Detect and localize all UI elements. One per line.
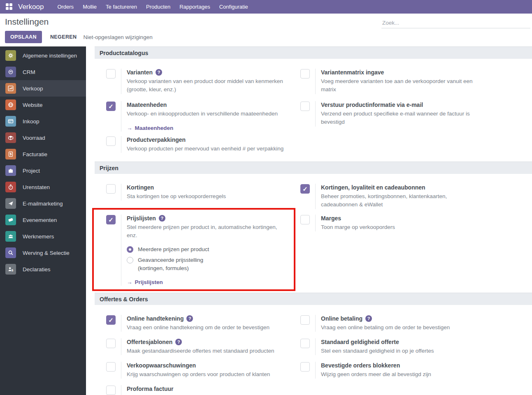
menu-configuratie[interactable]: Configuratie [215, 0, 253, 14]
invoice-icon [5, 149, 16, 159]
setting-desc: Verkoop varianten van een product door m… [127, 77, 289, 94]
setting-desc: Toon marge op verkooporders [321, 223, 395, 231]
checkbox-online-betaling[interactable] [300, 315, 310, 325]
sidebar-item-project[interactable]: Project [0, 162, 86, 179]
checkbox-proforma-factuur[interactable] [106, 386, 116, 395]
maateenheden-link[interactable]: →Maateenheden [127, 125, 173, 131]
sidebar-item-algemene-instellingen[interactable]: Algemene instellingen [0, 47, 86, 64]
setting-label: Kortingen [127, 184, 154, 191]
radio-icon[interactable] [127, 257, 133, 263]
search-input[interactable] [381, 18, 530, 28]
button-row: OPSLAAN NEGEREN Niet-opgeslagen wijzigin… [5, 31, 153, 43]
checkbox-marges[interactable] [300, 215, 310, 224]
radio-geavanceerde-prijsstelling[interactable]: Geavanceerde prijsstelling [127, 257, 289, 263]
menu-orders[interactable]: Orders [53, 0, 78, 14]
checkbox-productverpakkingen[interactable] [106, 136, 116, 146]
save-button[interactable]: OPSLAAN [5, 31, 42, 43]
setting-label: Online handtekening [127, 315, 184, 322]
help-icon[interactable]: ? [175, 339, 182, 345]
setting-productverpakkingen: Productverpakkingen Verkoop producten pe… [95, 136, 289, 162]
people-icon [5, 231, 16, 242]
radio-meerdere-prijzen[interactable]: Meerdere prijzen per product [127, 246, 289, 253]
checkbox-verkoopwaarschuwingen[interactable] [106, 362, 116, 372]
checkbox-verstuur-productinformatie[interactable] [300, 102, 310, 111]
setting-label: Verstuur productinformatie via e-mail [321, 101, 423, 109]
setting-desc: Verkoop producten per meervoud van eenhe… [127, 145, 283, 153]
menu-mollie[interactable]: Mollie [78, 0, 101, 14]
help-icon[interactable]: ? [156, 69, 162, 76]
setting-standaard-geldigheid: Standaard geldigheid offerte Stel een st… [289, 338, 532, 362]
prijslijsten-link[interactable]: →Prijslijsten [127, 279, 163, 285]
checkbox-kortingen-loyaliteit[interactable] [300, 184, 310, 194]
menu-producten[interactable]: Producten [142, 0, 175, 14]
gear-icon [5, 50, 16, 61]
sidebar-item-label: Project [23, 168, 40, 174]
menu-te-factureren[interactable]: Te factureren [101, 0, 142, 14]
checkbox-variantenmatrix[interactable] [300, 69, 310, 79]
sidebar-item-voorraad[interactable]: Voorraad [0, 129, 86, 146]
setting-label: Maateenheden [127, 101, 167, 109]
setting-desc: Voeg meerdere varianten toe aan de verko… [321, 77, 478, 94]
sidebar-item-verkoop[interactable]: Verkoop [0, 80, 86, 97]
setting-kortingen: Kortingen Sta kortingen toe op verkoopor… [95, 184, 289, 215]
checkbox-maateenheden[interactable] [106, 102, 116, 111]
apps-grid-icon[interactable] [6, 3, 13, 10]
setting-desc: Stel een standaard geldigheid in op je o… [321, 347, 434, 355]
section-header-prijzen: Prijzen [95, 162, 532, 174]
setting-online-handtekening: Online handtekening? Vraag een online ha… [95, 315, 289, 338]
setting-marges: Marges Toon marge op verkooporders [289, 215, 532, 293]
checkbox-prijslijsten[interactable] [106, 215, 116, 224]
sidebar-item-declaraties[interactable]: $ Declaraties [0, 261, 86, 277]
handshake-icon [5, 67, 16, 77]
checkbox-varianten[interactable] [106, 69, 116, 79]
setting-label: Productverpakkingen [127, 136, 186, 143]
checkbox-standaard-geldigheid[interactable] [300, 339, 310, 348]
help-icon[interactable]: ? [186, 315, 193, 322]
help-icon[interactable]: ? [159, 215, 165, 222]
magnifier-icon [5, 247, 16, 258]
sidebar-item-inkoop[interactable]: Inkoop [0, 113, 86, 129]
setting-label: Varianten [127, 69, 153, 76]
top-navbar: Verkoop Orders Mollie Te factureren Prod… [0, 0, 532, 14]
sidebar-item-label: Algemene instellingen [23, 53, 77, 59]
sidebar-item-werknemers[interactable]: Werknemers [0, 228, 86, 245]
setting-label: Prijslijsten [127, 215, 156, 222]
checkbox-online-handtekening[interactable] [106, 315, 116, 325]
discard-button[interactable]: NEGEREN [49, 31, 79, 43]
credit-card-icon [5, 116, 16, 127]
radio-icon[interactable] [127, 246, 133, 253]
arrow-right-icon: → [127, 125, 132, 131]
sidebar-item-label: Evenementen [23, 217, 57, 223]
prijslijsten-radio-group: Meerdere prijzen per product Geavanceerd… [127, 246, 289, 273]
setting-maateenheden: Maateenheden Verkoop- en inkoopproducten… [95, 101, 289, 136]
sidebar-item-label: Website [23, 102, 43, 108]
box-icon [5, 132, 16, 143]
sidebar-item-emailmarketing[interactable]: E-mailmarketing [0, 195, 86, 212]
radio-label: Geavanceerde prijsstelling [138, 257, 203, 263]
checkbox-offertesjablonen[interactable] [106, 339, 116, 348]
checkbox-bevestigde-orders[interactable] [300, 362, 310, 372]
setting-label: Verkoopwaarschuwingen [127, 362, 196, 369]
person-dollar-icon: $ [5, 264, 16, 275]
sidebar-item-label: Voorraad [23, 135, 45, 141]
setting-desc: Vraag een online betaling om de order te… [321, 323, 450, 332]
sidebar-item-crm[interactable]: CRM [0, 64, 86, 80]
sidebar-item-facturatie[interactable]: Facturatie [0, 146, 86, 162]
sidebar-item-label: Verkoop [23, 85, 43, 92]
setting-desc: Wijzig geen orders meer die al bevestigd… [321, 370, 431, 379]
control-panel: Instellingen OPSLAAN NEGEREN Niet-opgesl… [0, 14, 532, 46]
globe-icon [5, 99, 16, 110]
app-brand[interactable]: Verkoop [18, 3, 44, 11]
sidebar-item-evenementen[interactable]: Evenementen [0, 212, 86, 228]
sidebar-item-website[interactable]: Website [0, 97, 86, 113]
checkbox-kortingen[interactable] [106, 184, 116, 194]
help-icon[interactable]: ? [365, 315, 372, 322]
sidebar-item-label: Facturatie [23, 151, 47, 157]
setting-desc: Verzend een product specifieke e-mail wa… [321, 110, 478, 127]
unsaved-changes-text: Niet-opgeslagen wijzigingen [84, 34, 153, 40]
sidebar-item-urenstaten[interactable]: Urenstaten [0, 179, 86, 195]
menu-rapportages[interactable]: Rapportages [175, 0, 214, 14]
ticket-icon [5, 215, 16, 225]
sidebar-item-werving-selectie[interactable]: Werving & Selectie [0, 245, 86, 261]
sidebar-item-label: Werknemers [23, 233, 54, 240]
